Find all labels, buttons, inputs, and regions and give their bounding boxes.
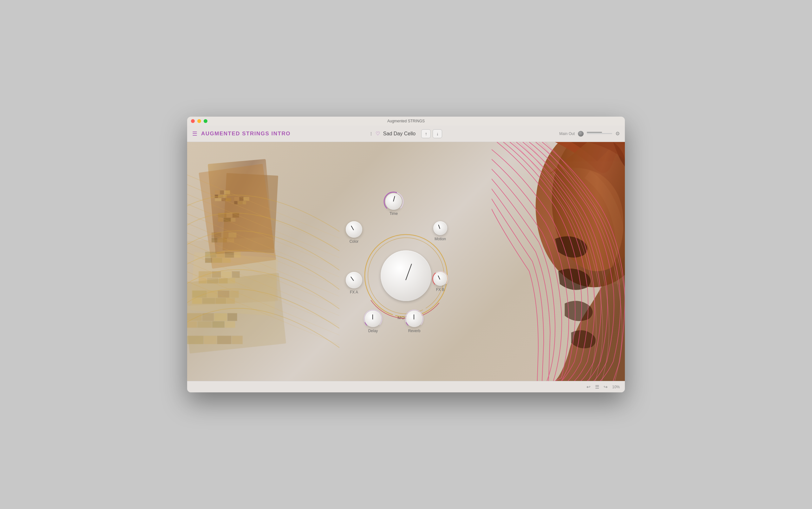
fxa-knob-wrapper [346,272,362,289]
delay-knob-group: Delay [365,311,381,333]
svg-rect-12 [234,197,239,201]
minimize-button[interactable] [197,119,201,123]
svg-rect-8 [223,195,227,198]
svg-point-89 [363,308,383,329]
reverb-knob[interactable] [406,311,423,327]
footer: ↩ ☰ ↪ 10% [187,381,625,393]
artwork-left [187,142,339,381]
reverb-knob-group: Reverb [406,311,423,333]
svg-point-92 [404,308,425,329]
artwork-right [492,142,625,381]
time-knob-group: Time [385,193,402,216]
reverb-label: Reverb [408,329,420,333]
control-panel: Time Color [327,189,485,334]
knobs-layout: Time Color [327,193,485,330]
main-volume-slider[interactable] [587,133,612,134]
preset-name: Sad Day Cello [383,131,415,137]
main-volume-knob[interactable] [578,131,584,137]
reverb-knob-wrapper [406,311,423,327]
fxb-label: FX B [436,287,445,292]
svg-rect-23 [231,218,236,222]
svg-rect-22 [224,218,230,222]
preset-library-icon[interactable]: ⫶ [370,131,372,137]
main-out-label: Main Out [559,132,575,136]
svg-point-87 [431,270,449,288]
time-knob[interactable] [385,193,402,210]
zoom-label: 10% [612,385,620,389]
settings-icon[interactable]: ⚙ [615,131,620,137]
svg-point-82 [383,191,404,212]
titlebar-text: Augmented STRINGS [387,119,425,123]
svg-rect-15 [234,201,237,204]
delay-knob[interactable] [365,311,381,327]
header-bar: ☰ AUGMENTED STRINGS INTRO ⫶ ♡ Sad Day Ce… [187,126,625,142]
main-content: Time Color [187,142,625,381]
svg-rect-16 [238,201,242,204]
menu-lines-icon[interactable]: ☰ [595,384,599,390]
undo-icon[interactable]: ↩ [587,384,591,390]
morph-knob[interactable] [381,250,431,301]
fxa-label: FX A [350,290,358,295]
svg-point-91 [404,308,425,329]
preset-navigation: ↑ ↓ [421,129,442,138]
fxb-knob-group: FX B [433,272,447,292]
svg-point-90 [363,308,383,329]
delay-knob-wrapper [365,311,381,327]
maximize-button[interactable] [204,119,208,123]
time-knob-wrapper [385,193,402,210]
close-button[interactable] [191,119,195,123]
fxb-knob[interactable] [433,272,447,286]
menu-icon[interactable]: ☰ [192,130,197,137]
svg-rect-79 [187,273,286,354]
titlebar: Augmented STRINGS [187,116,625,126]
svg-point-83 [383,191,404,212]
svg-rect-25 [222,232,228,237]
svg-rect-3 [215,191,219,194]
app-title: AUGMENTED STRINGS INTRO [201,131,290,137]
header-left: ☰ AUGMENTED STRINGS INTRO [192,130,290,137]
svg-rect-17 [243,201,246,204]
app-window: Augmented STRINGS ☰ AUGMENTED STRINGS IN… [187,116,625,393]
delay-label: Delay [368,329,378,333]
prev-preset-button[interactable]: ↑ [421,129,431,138]
redo-icon[interactable]: ↪ [603,384,608,390]
svg-rect-19 [226,213,232,217]
fxa-knob[interactable] [346,272,362,289]
traffic-lights [191,119,208,123]
svg-rect-4 [220,191,224,194]
svg-rect-9 [215,198,221,201]
header-right: Main Out ⚙ [559,131,620,137]
fxa-knob-group: FX A [346,272,362,295]
color-label: Color [349,239,359,244]
header-center: ⫶ ♡ Sad Day Cello ↑ ↓ [370,129,442,138]
svg-rect-11 [226,198,231,201]
svg-rect-26 [228,232,236,237]
fxb-knob-wrapper [433,272,447,286]
svg-point-88 [431,270,449,288]
next-preset-button[interactable]: ↓ [433,129,442,138]
favorite-icon[interactable]: ♡ [376,131,380,137]
